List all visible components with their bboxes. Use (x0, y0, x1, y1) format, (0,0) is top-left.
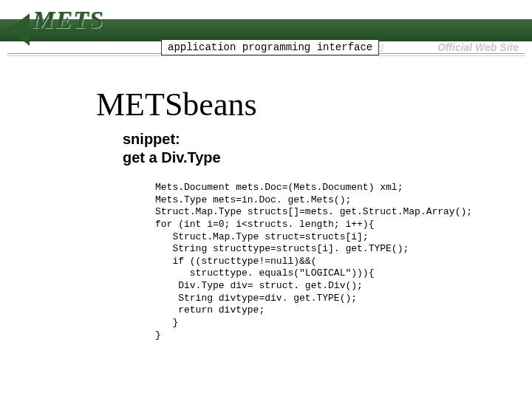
snippet-line1: snippet: (123, 131, 180, 147)
slide-header: Metadata Encoding & Transmission Standar… (0, 0, 532, 53)
code-snippet: Mets.Document mets.Doc=(Mets.Document) x… (155, 182, 472, 341)
official-web-site-label: Official Web Site (437, 41, 519, 53)
mets-logo-text: METS (33, 6, 104, 34)
snippet-heading: snippet: get a Div.Type (123, 130, 221, 167)
snippet-line2: get a Div.Type (123, 149, 221, 166)
api-label-box: application programming interface (161, 39, 379, 55)
arrow-left-icon (9, 13, 30, 46)
page-title: METSbeans (96, 86, 257, 123)
